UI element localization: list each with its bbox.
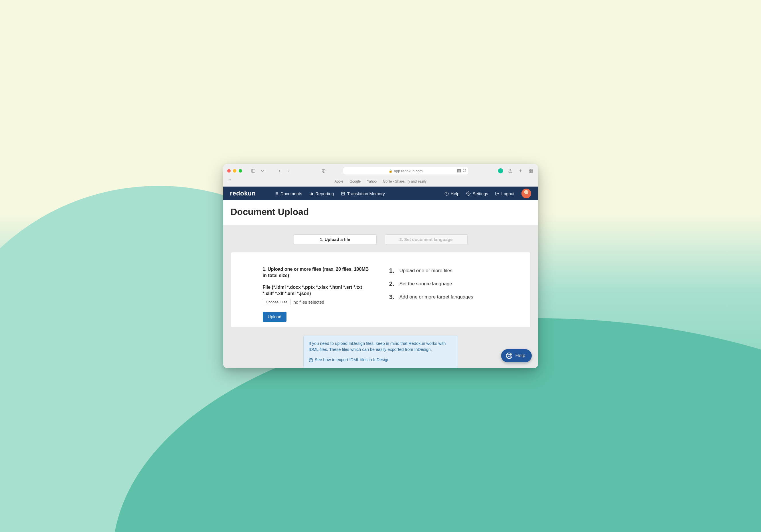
address-bar[interactable]: 🔒 app.redokun.com 🅰 xyxy=(343,167,469,175)
step-2-label: Set the source language xyxy=(399,279,452,288)
info-link[interactable]: ? See how to export IDML files in InDesi… xyxy=(309,357,452,363)
svg-line-38 xyxy=(510,357,511,358)
nav-reporting-label: Reporting xyxy=(316,191,334,196)
steps-list: 1.Upload one or more files 2.Set the sou… xyxy=(389,266,498,302)
nav-documents[interactable]: Documents xyxy=(274,191,302,196)
nav-tm-label: Translation Memory xyxy=(347,191,385,196)
nav-documents-label: Documents xyxy=(280,191,302,196)
nav-settings[interactable]: Settings xyxy=(466,191,488,196)
nav-settings-label: Settings xyxy=(473,191,488,196)
info-link-label: See how to export IDML files in InDesign xyxy=(315,357,389,363)
page-header: Document Upload xyxy=(223,200,538,225)
svg-rect-27 xyxy=(312,193,313,195)
forward-icon[interactable] xyxy=(286,168,292,174)
step-2: 2.Set the source language xyxy=(389,279,498,288)
tabs-overview-icon[interactable] xyxy=(528,168,534,174)
bookmark-yahoo[interactable]: Yahoo xyxy=(367,179,377,183)
gear-icon xyxy=(466,192,471,196)
nav-help-label: Help xyxy=(451,191,460,196)
lock-icon: 🔒 xyxy=(389,169,393,173)
file-selection-status: no files selected xyxy=(293,300,324,305)
upload-card: 1. Upload one or more files (max. 20 fil… xyxy=(231,252,530,327)
svg-point-13 xyxy=(228,181,228,181)
apps-grid-icon[interactable] xyxy=(227,179,231,184)
svg-point-10 xyxy=(228,179,228,180)
bookmark-google[interactable]: Google xyxy=(350,179,361,183)
maximize-window-icon[interactable] xyxy=(239,169,242,173)
step-tabs: 1. Upload a file 2. Set document languag… xyxy=(231,234,530,244)
share-icon[interactable] xyxy=(507,168,513,174)
choose-files-button[interactable]: Choose Files xyxy=(263,299,291,305)
nav-logout-label: Logout xyxy=(501,191,515,196)
avatar[interactable] xyxy=(521,189,531,198)
grammarly-icon[interactable] xyxy=(498,168,503,173)
svg-rect-0 xyxy=(252,169,255,173)
brand-logo[interactable]: redokun xyxy=(230,190,256,197)
svg-rect-26 xyxy=(311,192,312,195)
chevron-down-icon[interactable] xyxy=(259,168,265,174)
shield-icon[interactable] xyxy=(321,168,327,174)
logout-icon xyxy=(495,192,499,196)
bookmark-apple[interactable]: Apple xyxy=(334,179,343,183)
svg-point-14 xyxy=(229,181,230,181)
reload-icon[interactable] xyxy=(462,168,466,173)
svg-point-33 xyxy=(468,193,469,194)
bookmark-gofile[interactable]: Gofile - Share…ly and easily xyxy=(383,179,427,183)
svg-point-18 xyxy=(230,182,231,182)
traffic-lights xyxy=(227,169,242,173)
upload-button[interactable]: Upload xyxy=(263,312,287,322)
svg-point-17 xyxy=(229,182,230,182)
svg-rect-25 xyxy=(310,194,311,195)
svg-point-12 xyxy=(230,179,231,180)
svg-point-15 xyxy=(230,181,231,181)
question-circle-icon: ? xyxy=(309,358,313,362)
nav-translation-memory[interactable]: Translation Memory xyxy=(341,191,385,196)
nav-reporting[interactable]: Reporting xyxy=(309,191,334,196)
browser-chrome: 🔒 app.redokun.com 🅰 xyxy=(223,164,538,187)
step-3-label: Add one or more target languages xyxy=(399,292,473,302)
url-text: app.redokun.com xyxy=(394,169,423,173)
svg-point-16 xyxy=(228,182,228,182)
browser-window: 🔒 app.redokun.com 🅰 xyxy=(223,164,538,368)
svg-rect-9 xyxy=(531,171,533,173)
page-title: Document Upload xyxy=(231,207,531,217)
lifebuoy-icon xyxy=(506,352,512,359)
tab-upload-file[interactable]: 1. Upload a file xyxy=(294,234,377,244)
tab-set-language[interactable]: 2. Set document language xyxy=(385,234,468,244)
svg-rect-6 xyxy=(529,169,531,171)
new-tab-icon[interactable] xyxy=(517,168,524,174)
info-text: If you need to upload InDesign files, ke… xyxy=(309,340,452,353)
step-1-label: Upload one or more files xyxy=(399,266,452,275)
nav-logout[interactable]: Logout xyxy=(495,191,515,196)
svg-line-37 xyxy=(507,354,508,355)
app-navbar: redokun Documents Reporting Translation … xyxy=(223,187,538,200)
svg-line-40 xyxy=(507,357,508,358)
filetypes-label: File (*.idml *.docx *.pptx *.xlsx *.html… xyxy=(263,284,372,297)
list-icon xyxy=(274,192,278,196)
content-area: 1. Upload a file 2. Set document languag… xyxy=(223,225,538,368)
step-3: 3.Add one or more target languages xyxy=(389,292,498,302)
help-fab-label: Help xyxy=(515,353,525,359)
step-1: 1.Upload one or more files xyxy=(389,266,498,275)
sidebar-toggle-icon[interactable] xyxy=(250,168,257,174)
help-fab[interactable]: Help xyxy=(501,349,532,362)
svg-rect-8 xyxy=(529,171,531,173)
svg-point-36 xyxy=(508,355,510,357)
info-box: If you need to upload InDesign files, ke… xyxy=(303,336,458,368)
nav-help[interactable]: Help xyxy=(444,191,460,196)
svg-point-11 xyxy=(229,179,230,180)
upload-heading: 1. Upload one or more files (max. 20 fil… xyxy=(263,266,372,279)
close-window-icon[interactable] xyxy=(227,169,231,173)
svg-rect-7 xyxy=(531,169,533,171)
translate-icon[interactable]: 🅰 xyxy=(457,169,461,173)
question-circle-icon xyxy=(444,192,449,196)
back-icon[interactable] xyxy=(276,168,283,174)
minimize-window-icon[interactable] xyxy=(233,169,236,173)
bar-chart-icon xyxy=(309,192,314,196)
book-icon xyxy=(341,192,345,196)
svg-line-39 xyxy=(510,354,511,355)
